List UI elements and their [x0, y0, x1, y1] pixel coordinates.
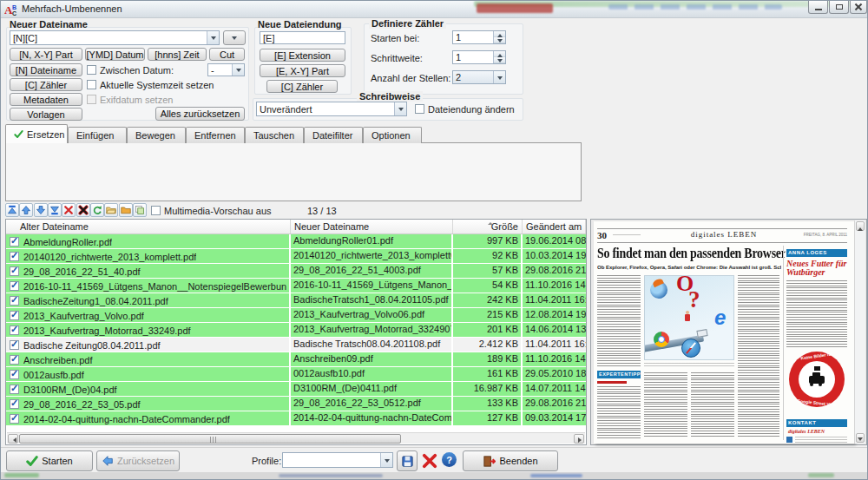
move-down-button[interactable]: [34, 203, 48, 217]
row-checkbox[interactable]: [10, 340, 19, 350]
row-checkbox[interactable]: [10, 325, 19, 335]
zwischen-datum-checkbox[interactable]: [87, 65, 96, 75]
column-header-geaendert-am[interactable]: Geändert am: [523, 220, 586, 233]
row-checkbox[interactable]: [10, 399, 19, 409]
extension-pattern-input[interactable]: [E]: [260, 31, 345, 44]
move-down-icon: [36, 205, 46, 215]
delete-profile-button[interactable]: [421, 452, 438, 470]
row-checkbox[interactable]: [10, 355, 19, 365]
open-folder-button[interactable]: [104, 203, 118, 217]
scroll-up-arrow[interactable]: [856, 221, 865, 231]
vorlagen-button[interactable]: Vorlagen: [10, 108, 82, 121]
pattern-combobox[interactable]: [N][C]: [10, 30, 220, 45]
remove-entry-button[interactable]: [62, 203, 76, 217]
zuruecksetzen-button[interactable]: Zurücksetzen: [96, 450, 180, 471]
row-checkbox[interactable]: [10, 266, 19, 276]
table-row[interactable]: BadischeZeitung1_08.04.2011.pdfBadischeT…: [6, 293, 586, 308]
column-header-groesse[interactable]: Größe: [453, 220, 523, 233]
table-row[interactable]: AbmeldungRoller.pdfAbmeldungRoller01.pdf…: [6, 234, 586, 249]
move-bottom-button[interactable]: [48, 203, 62, 217]
part-button[interactable]: [N, X-Y] Part: [10, 48, 82, 61]
cut-button[interactable]: Cut: [209, 48, 245, 61]
tab-entfernen[interactable]: Entfernen: [186, 127, 245, 143]
refresh-button[interactable]: [90, 203, 104, 217]
pattern-extra-dropdown-button[interactable]: [223, 30, 246, 45]
column-header-alter-dateiname[interactable]: Alter Dateiname: [6, 220, 291, 233]
horizontal-scrollbar[interactable]: [7, 432, 585, 444]
tab-tauschen[interactable]: Tauschen: [245, 127, 304, 143]
tab-dateifilter[interactable]: Dateifilter: [304, 127, 363, 143]
tab-einfuegen[interactable]: Einfügen: [68, 127, 127, 143]
spinner-buttons[interactable]: [493, 31, 505, 43]
scroll-left-arrow[interactable]: [8, 434, 18, 444]
alles-zuruecksetzen-button[interactable]: Alles zurücksetzen: [155, 107, 245, 121]
old-filename-cell: 2014-02-04-quittung-nachn-DateCommander.…: [6, 411, 289, 425]
row-checkbox[interactable]: [10, 385, 19, 394]
tab-bewegen[interactable]: Bewegen: [127, 127, 186, 143]
schrittweite-spinner[interactable]: 1: [452, 50, 506, 64]
table-row[interactable]: 2013_Kaufvertrag_Volvo.pdf2013_Kaufvertr…: [6, 308, 586, 323]
scroll-right-arrow[interactable]: [574, 434, 584, 444]
schreibweise-combobox[interactable]: Unverändert: [256, 102, 407, 116]
minimize-button[interactable]: [808, 1, 828, 14]
datum-button[interactable]: [YMD] Datum: [85, 48, 145, 61]
beenden-button[interactable]: Beenden: [463, 450, 558, 471]
spinner-buttons[interactable]: [493, 51, 505, 63]
row-checkbox[interactable]: [10, 370, 19, 379]
profile-combobox[interactable]: [282, 452, 393, 468]
row-checkbox[interactable]: [10, 281, 19, 291]
table-row[interactable]: 29_08_2016_22_53_05.pdf29_08_2016_22_53_…: [6, 397, 586, 411]
row-checkbox[interactable]: [10, 414, 19, 424]
metadaten-button[interactable]: Metadaten: [10, 93, 82, 106]
table-row[interactable]: 29_08_2016_22_51_40.pdf29_08_2016_22_51_…: [6, 264, 586, 279]
table-row[interactable]: 20140120_richtwerte_2013_komplett.pdf201…: [6, 249, 586, 264]
remove-all-button[interactable]: [76, 203, 90, 217]
table-row[interactable]: Badische Zeitung08.04.2011.pdfBadische T…: [6, 338, 586, 352]
extension-button[interactable]: [E] Extension: [260, 49, 345, 62]
chevron-down-icon[interactable]: [380, 453, 392, 467]
zaehler-button[interactable]: [C] Zähler: [10, 78, 82, 91]
extension-zaehler-button[interactable]: [C] Zähler: [266, 80, 338, 93]
starten-button[interactable]: Starten: [6, 450, 93, 471]
table-row[interactable]: 0012ausfb.pdf0012ausfb10.pdf161 KB29.05.…: [6, 367, 586, 382]
move-up-button[interactable]: [19, 203, 33, 217]
row-checkbox[interactable]: [10, 296, 19, 306]
scrollbar-thumb[interactable]: [19, 434, 401, 444]
save-profile-button[interactable]: [397, 450, 418, 471]
systemzeit-checkbox[interactable]: [87, 80, 96, 89]
close-button[interactable]: [850, 1, 867, 14]
dateiendung-aendern-checkbox[interactable]: [415, 104, 424, 114]
chevron-down-icon[interactable]: [493, 71, 505, 83]
tab-label: Entfernen: [194, 130, 236, 141]
row-checkbox[interactable]: [10, 237, 19, 247]
scroll-down-arrow[interactable]: [856, 433, 865, 443]
chevron-down-icon[interactable]: [207, 31, 219, 44]
duplicate-button[interactable]: [133, 203, 147, 217]
table-row[interactable]: D3100RM_(De)04.pdfD3100RM_(De)0411.pdf16…: [6, 382, 586, 397]
add-folder-button[interactable]: [119, 203, 133, 217]
stellen-combobox[interactable]: 2: [452, 70, 506, 84]
help-button[interactable]: ?: [442, 452, 457, 467]
table-row[interactable]: 2016-10-11_41569_Lütgens_Manon__Notenspi…: [6, 279, 586, 293]
row-checkbox[interactable]: [10, 252, 19, 261]
table-row[interactable]: Anschreiben.pdfAnschreiben09.pdf189 KB11…: [6, 352, 586, 367]
chevron-down-icon[interactable]: [394, 102, 406, 115]
dateiname-button[interactable]: [N] Dateiname: [10, 63, 82, 76]
tab-ersetzen[interactable]: Ersetzen: [5, 124, 68, 143]
chevron-down-icon: [229, 33, 240, 43]
table-row[interactable]: 2014-02-04-quittung-nachn-DateCommander.…: [6, 411, 586, 426]
column-header-neuer-dateiname[interactable]: Neuer Dateiname: [291, 220, 453, 233]
extension-part-button[interactable]: [E, X-Y] Part: [260, 64, 345, 77]
datum-separator-combobox[interactable]: -: [207, 63, 245, 76]
tab-optionen[interactable]: Optionen: [363, 127, 422, 143]
chevron-down-icon[interactable]: [232, 64, 244, 76]
multimedia-vorschau-checkbox[interactable]: [151, 206, 161, 215]
starten-bei-spinner[interactable]: 1: [452, 30, 506, 44]
zeit-button[interactable]: [hnns] Zeit: [148, 48, 207, 61]
maximize-button[interactable]: [829, 1, 849, 14]
table-row[interactable]: 2013_Kaufvertrag_Motorrad_33249.pdf2013_…: [6, 323, 586, 338]
move-top-button[interactable]: [5, 203, 19, 217]
preview-scrollbar[interactable]: [854, 220, 865, 444]
table-header: Alter Dateiname Neuer Dateiname Größe Ge…: [6, 220, 586, 234]
row-checkbox[interactable]: [10, 311, 19, 320]
